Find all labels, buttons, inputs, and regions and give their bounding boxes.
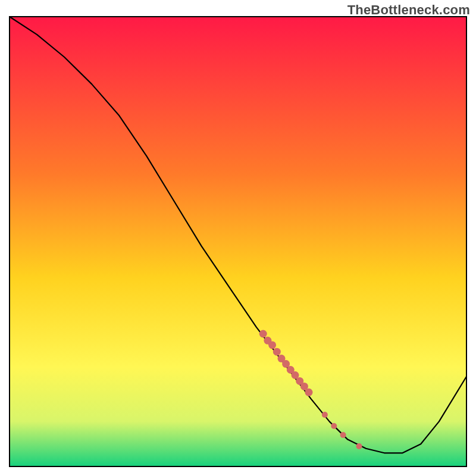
plot-background (10, 17, 466, 466)
marker-point (322, 412, 328, 418)
chart-container: TheBottleneck.com (0, 0, 476, 476)
watermark-text: TheBottleneck.com (347, 2, 470, 18)
marker-point (340, 432, 346, 438)
marker-point (259, 330, 267, 338)
marker-point (331, 423, 337, 429)
marker-point (268, 341, 276, 349)
marker-point (273, 348, 281, 356)
marker-point (305, 389, 313, 396)
marker-point (356, 443, 362, 449)
bottleneck-chart (0, 0, 476, 476)
